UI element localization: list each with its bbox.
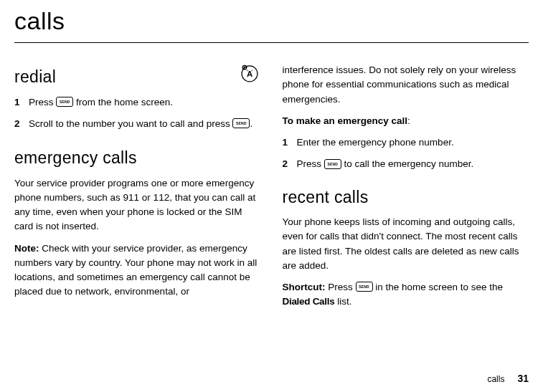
text: Scroll to the number you want to call an… bbox=[29, 118, 232, 129]
emergency-note: Note: Check with your service provider, … bbox=[14, 242, 261, 300]
recent-shortcut: Shortcut: Press SEND in the home screen … bbox=[283, 280, 529, 310]
colon: : bbox=[407, 115, 410, 126]
make-emergency-label: To make an emergency call: bbox=[283, 114, 529, 128]
page-title-row: calls bbox=[14, 0, 529, 43]
label-text: To make an emergency call bbox=[283, 115, 408, 126]
send-key-icon: SEND bbox=[356, 282, 373, 292]
step-body: Press SEND to call the emergency number. bbox=[297, 157, 529, 171]
footer-section-label: calls bbox=[487, 374, 504, 384]
send-key-icon: SEND bbox=[56, 97, 73, 107]
emergency-step-2: 2 Press SEND to call the emergency numbe… bbox=[283, 157, 529, 171]
emergency-heading: emergency calls bbox=[14, 145, 261, 171]
step-body: Enter the emergency phone number. bbox=[297, 135, 529, 150]
right-column: interference issues. Do not solely rely … bbox=[283, 59, 529, 317]
redial-step-1: 1 Press SEND from the home screen. bbox=[14, 95, 261, 110]
redial-heading: redial bbox=[14, 64, 56, 90]
send-key-icon: SEND bbox=[232, 118, 250, 128]
emergency-step-1: 1 Enter the emergency phone number. bbox=[283, 135, 529, 150]
recent-heading: recent calls bbox=[283, 185, 529, 210]
text: Press bbox=[29, 97, 56, 107]
text: . bbox=[250, 118, 252, 129]
step-number: 2 bbox=[283, 157, 297, 171]
note-label: Note: bbox=[14, 243, 39, 254]
recent-para-1: Your phone keeps lists of incoming and o… bbox=[283, 215, 529, 273]
step-body: Press SEND from the home screen. bbox=[29, 95, 261, 110]
text: Press bbox=[297, 158, 324, 169]
send-key-icon: SEND bbox=[324, 159, 341, 169]
redial-step-2: 2 Scroll to the number you want to call … bbox=[14, 117, 261, 131]
manual-page: calls redial A bbox=[0, 0, 543, 392]
step-body: Scroll to the number you want to call an… bbox=[29, 117, 261, 131]
page-footer: calls31 bbox=[487, 371, 529, 386]
left-column: redial A 1 Press SEND from t bbox=[14, 59, 261, 317]
step-number: 2 bbox=[14, 117, 29, 131]
text: list. bbox=[334, 296, 351, 307]
page-title: calls bbox=[14, 3, 529, 39]
emergency-cont: interference issues. Do not solely rely … bbox=[283, 63, 529, 107]
text: to call the emergency number. bbox=[341, 158, 474, 169]
text: Press bbox=[326, 282, 356, 292]
emergency-para-1: Your service provider programs one or mo… bbox=[14, 176, 261, 234]
title-rule bbox=[14, 42, 529, 43]
shortcut-label: Shortcut: bbox=[283, 282, 326, 292]
footer-page-number: 31 bbox=[517, 373, 529, 384]
content-columns: redial A 1 Press SEND from t bbox=[14, 59, 529, 317]
step-number: 1 bbox=[14, 95, 29, 110]
accessibility-badge-icon: A bbox=[240, 63, 261, 87]
step-number: 1 bbox=[283, 135, 297, 150]
text: from the home screen. bbox=[73, 97, 173, 107]
text: in the home screen to see the bbox=[373, 282, 504, 292]
redial-header: redial A bbox=[14, 59, 261, 95]
dialed-calls-label: Dialed Calls bbox=[283, 296, 335, 307]
note-text: Check with your service provider, as eme… bbox=[14, 243, 257, 297]
